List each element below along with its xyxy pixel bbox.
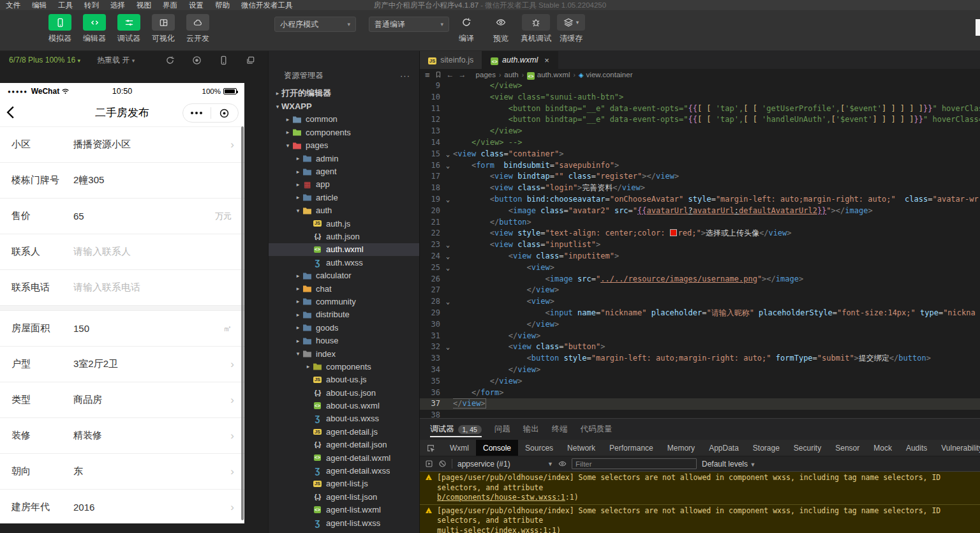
- tree-item[interactable]: JSauth.js: [269, 217, 419, 230]
- devtools-tab[interactable]: Storage: [746, 440, 787, 456]
- form-value[interactable]: 150: [73, 323, 223, 334]
- device-select[interactable]: 6/7/8 Plus 100% 16 ▾: [9, 56, 80, 64]
- debug-panel-tab[interactable]: 代码质量: [581, 419, 612, 440]
- refresh-icon[interactable]: [165, 56, 175, 65]
- code-editor[interactable]: 9 </view>10 <view class="sunui-auth-btn"…: [420, 80, 980, 418]
- devtools-tab[interactable]: Audits: [899, 440, 934, 456]
- tree-item[interactable]: {..}about-us.json: [269, 386, 419, 399]
- debug-panel-tab[interactable]: 输出: [523, 419, 539, 440]
- form-value[interactable]: 2幢305: [73, 174, 234, 186]
- tree-item[interactable]: {..}auth.json: [269, 230, 419, 243]
- toolbar-button[interactable]: 编辑器: [79, 14, 110, 44]
- form-row[interactable]: 楼栋门牌号2幢305: [0, 163, 244, 199]
- js-context-select[interactable]: appservice (#1)▼: [457, 460, 553, 469]
- windows-icon[interactable]: [246, 56, 255, 65]
- phone-scrollbar[interactable]: [241, 126, 244, 520]
- tree-item[interactable]: ▸打开的编辑器: [269, 87, 419, 100]
- editor-tab[interactable]: JSsiteinfo.js: [420, 51, 482, 69]
- tree-item[interactable]: <>agent-detail.wxml: [269, 451, 419, 464]
- form-row[interactable]: 类型商品房›: [0, 382, 244, 418]
- tree-item[interactable]: ▸components: [269, 360, 419, 373]
- form-row[interactable]: 户型3室2厅2卫›: [0, 347, 244, 382]
- tree-item[interactable]: ▸goods: [269, 321, 419, 334]
- menu-item[interactable]: 编辑: [26, 1, 52, 10]
- toolbar-action[interactable]: 真机调试: [521, 14, 551, 44]
- bookmark-icon[interactable]: [434, 71, 442, 79]
- fold-icon[interactable]: ⌄: [443, 342, 453, 353]
- form-value[interactable]: 播播资源小区: [73, 139, 229, 151]
- devtools-tab[interactable]: Vulnerability: [934, 440, 980, 456]
- tree-item[interactable]: ▸calculator: [269, 269, 419, 282]
- forward-arrow-icon[interactable]: →: [459, 70, 466, 79]
- form-value[interactable]: 3室2厅2卫: [73, 358, 229, 370]
- source-link[interactable]: b/components/house-stw.wxss:1: [437, 493, 565, 502]
- hot-reload-toggle[interactable]: 热重载 开 ▾: [97, 55, 135, 66]
- compile-select[interactable]: 普通编译▾: [369, 17, 449, 32]
- tree-item[interactable]: JSabout-us.js: [269, 373, 419, 386]
- menu-item[interactable]: 工具: [52, 1, 78, 10]
- log-levels-select[interactable]: Default levels ▼: [702, 460, 755, 469]
- tree-item[interactable]: Ʒagent-list.wxss: [269, 516, 419, 529]
- devtools-tab[interactable]: Console: [476, 440, 518, 456]
- editor-tab[interactable]: <>auth.wxml×: [482, 51, 558, 69]
- toolbar-action[interactable]: ▾清缓存: [556, 14, 586, 44]
- form-input[interactable]: 请输入联系人: [73, 246, 234, 258]
- fold-icon[interactable]: ⌄: [443, 296, 453, 308]
- tree-item[interactable]: ▾auth: [269, 204, 419, 217]
- breadcrumb-item[interactable]: auth: [504, 71, 518, 79]
- form-row[interactable]: 联系人请输入联系人: [0, 234, 244, 270]
- tree-item[interactable]: <>about-us.wxml: [269, 399, 419, 412]
- tree-item[interactable]: ▸admin: [269, 152, 419, 165]
- tree-item[interactable]: ▸house: [269, 334, 419, 347]
- form-value[interactable]: 商品房: [73, 394, 229, 406]
- tree-item[interactable]: <>auth.wxml: [269, 243, 419, 256]
- close-icon[interactable]: ×: [544, 56, 549, 65]
- record-icon[interactable]: [192, 56, 202, 65]
- devtools-tab[interactable]: Sources: [518, 440, 560, 456]
- form-row[interactable]: 朝向东›: [0, 454, 244, 490]
- menu-item[interactable]: 微信开发者工具: [235, 1, 299, 10]
- tree-item[interactable]: ▸distribute: [269, 308, 419, 321]
- menu-item[interactable]: 界面: [157, 1, 183, 10]
- toolbar-button[interactable]: 可视化: [148, 14, 179, 44]
- form-value[interactable]: 2016: [73, 502, 229, 513]
- phone-icon[interactable]: [219, 56, 228, 65]
- toolbar-action[interactable]: 编译: [452, 14, 481, 44]
- devtools-tab[interactable]: Performance: [602, 440, 660, 456]
- tree-item[interactable]: ▸components: [269, 126, 419, 139]
- menu-item[interactable]: 视图: [131, 1, 157, 10]
- form-value[interactable]: 精装修: [73, 430, 229, 442]
- back-button[interactable]: [6, 105, 15, 119]
- tree-item[interactable]: Ʒagent-detail.wxss: [269, 464, 419, 477]
- tree-item[interactable]: ▾index: [269, 347, 419, 360]
- toolbar-button[interactable]: 云开发: [182, 14, 213, 44]
- toolbar-action[interactable]: 预览: [486, 14, 516, 44]
- form-row[interactable]: 售价65万元: [0, 199, 244, 234]
- form-row[interactable]: 房屋面积150㎡: [0, 311, 244, 347]
- tree-item[interactable]: {..}agent-detail.json: [269, 439, 419, 451]
- devtools-tab[interactable]: Mock: [866, 440, 899, 456]
- source-link[interactable]: multi-select/index.wxss:1: [437, 526, 547, 533]
- devtools-tab[interactable]: Network: [560, 440, 602, 456]
- menu-item[interactable]: 文件: [0, 1, 26, 10]
- menu-item[interactable]: 帮助: [209, 1, 235, 10]
- form-value[interactable]: 65: [73, 211, 215, 221]
- menu-item[interactable]: 选择: [105, 1, 131, 10]
- form-input[interactable]: 请输入联系电话: [73, 282, 234, 294]
- tree-item[interactable]: {..}agent-list.json: [269, 490, 419, 503]
- tree-item[interactable]: ▾pages: [269, 139, 419, 152]
- fold-icon[interactable]: ⌄: [443, 160, 453, 172]
- clear-console-icon[interactable]: [438, 460, 447, 468]
- console-sidebar-icon[interactable]: [425, 460, 433, 468]
- debug-panel-tab[interactable]: 问题: [494, 419, 510, 440]
- tree-item[interactable]: ▸article: [269, 191, 419, 204]
- form-row[interactable]: 装修精装修›: [0, 418, 244, 454]
- devtools-tab[interactable]: Security: [787, 440, 828, 456]
- devtools-tab[interactable]: Sensor: [828, 440, 866, 456]
- eye-watch-icon[interactable]: [558, 460, 567, 468]
- tree-item[interactable]: JSagent-list.js: [269, 477, 419, 490]
- devtools-tab[interactable]: Wxml: [443, 440, 476, 456]
- tree-item[interactable]: ▸chat: [269, 282, 419, 295]
- fold-icon[interactable]: ⌄: [443, 239, 453, 251]
- breadcrumb-item[interactable]: pages: [476, 71, 496, 79]
